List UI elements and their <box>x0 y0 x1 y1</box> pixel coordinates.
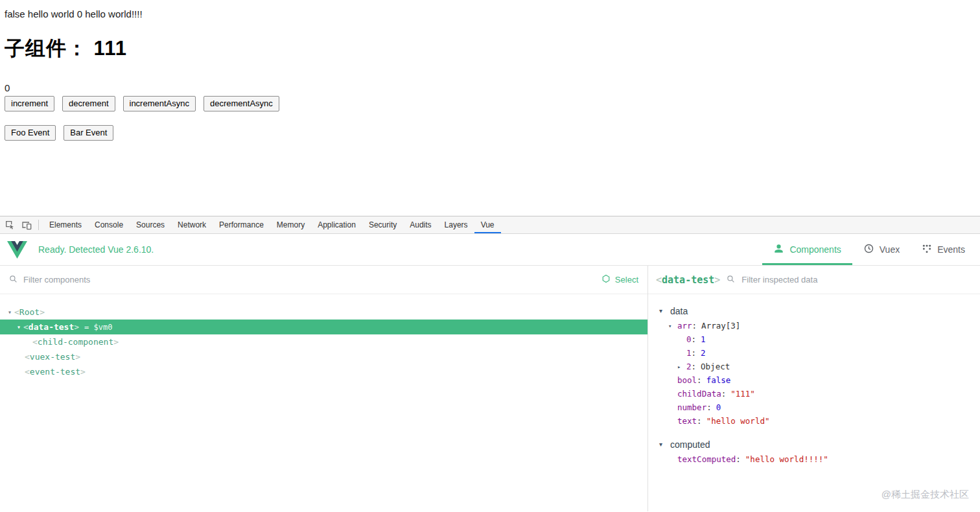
decrement-button[interactable]: decrement <box>62 96 115 111</box>
tab-sources[interactable]: Sources <box>130 216 171 233</box>
inspected-component-tag: data-test <box>656 274 720 286</box>
tab-network[interactable]: Network <box>171 216 213 233</box>
child-component-heading: 子组件： 111 <box>5 35 980 62</box>
tab-console[interactable]: Console <box>88 216 130 233</box>
chevron-down-icon[interactable]: ▾ <box>659 307 670 314</box>
vue-app-preview: false hello world 0 hello world!!!! 子组件：… <box>0 0 980 216</box>
chevron-right-icon[interactable]: ▸ <box>677 364 686 370</box>
prop-value: "hello world" <box>706 416 770 426</box>
tab-audits[interactable]: Audits <box>403 216 438 233</box>
tab-components[interactable]: Components <box>762 234 852 265</box>
person-icon <box>773 243 784 256</box>
prop-key: number <box>677 402 712 412</box>
bar-event-button[interactable]: Bar Event <box>64 125 113 141</box>
tab-vuex-label: Vuex <box>880 244 900 255</box>
search-icon <box>9 274 18 286</box>
prop-key: arr <box>677 321 697 331</box>
counter-button-row: increment decrement incrementAsync decre… <box>5 96 980 111</box>
vue-devtools-toolbar: Ready. Detected Vue 2.6.10. Components V… <box>0 234 980 266</box>
section-title: computed <box>670 439 710 450</box>
increment-button[interactable]: increment <box>5 96 54 111</box>
event-button-row: Foo Event Bar Event <box>5 125 980 141</box>
device-toolbar-icon[interactable] <box>21 220 32 230</box>
filter-inspected-data-input[interactable] <box>741 275 972 285</box>
status-line: false hello world 0 hello world!!!! <box>0 0 980 19</box>
component-tag: event-test <box>25 367 86 377</box>
foo-event-button[interactable]: Foo Event <box>5 125 56 141</box>
prop-textcomputed[interactable]: textComputed "hello world!!!!" <box>648 452 980 466</box>
chevron-down-icon[interactable]: ▾ <box>5 308 14 316</box>
prop-number[interactable]: number 0 <box>648 401 980 414</box>
prop-value: Object <box>701 362 730 371</box>
component-tag: child-component <box>32 337 119 347</box>
inspect-element-icon[interactable] <box>5 220 15 230</box>
tab-events-label: Events <box>937 244 965 255</box>
section-data[interactable]: ▾ data <box>648 303 980 319</box>
chevron-down-icon[interactable]: ▾ <box>14 323 23 331</box>
inspector-header: data-test <box>648 266 980 294</box>
vue-status-text: Ready. Detected Vue 2.6.10. <box>38 234 154 265</box>
select-label: Select <box>615 275 638 285</box>
prop-arr-1[interactable]: 1 2 <box>648 346 980 360</box>
search-icon <box>727 274 735 286</box>
components-filter-row: Select <box>0 266 648 294</box>
prop-key: bool <box>677 375 702 385</box>
tab-layers[interactable]: Layers <box>438 216 474 233</box>
inspector-body: ▾ data ▾ arr Array[3] 0 1 1 2 ▸ <box>648 294 980 466</box>
tab-vue[interactable]: Vue <box>474 216 501 233</box>
tab-events[interactable]: Events <box>911 234 976 265</box>
vue-devtools-tabs: Components Vuex Events <box>762 234 976 265</box>
vue-devtools-panels: Select ▾ Root ▾ data-test = $vm0 child-c… <box>0 266 980 511</box>
prop-bool[interactable]: bool false <box>648 373 980 387</box>
vue-logo-icon <box>7 234 27 265</box>
prop-childdata[interactable]: childData "111" <box>648 387 980 401</box>
history-clock-icon <box>863 243 874 256</box>
tree-node-event-test[interactable]: event-test <box>0 364 648 379</box>
component-inspector-panel: data-test ▾ data ▾ arr Array[3] 0 <box>648 266 980 511</box>
tree-node-child-component[interactable]: child-component <box>0 334 648 349</box>
tab-security[interactable]: Security <box>362 216 403 233</box>
tab-application[interactable]: Application <box>311 216 362 233</box>
chevron-down-icon[interactable]: ▾ <box>668 323 677 329</box>
devtools-panel: Elements Console Sources Network Perform… <box>0 216 980 512</box>
filter-components-input[interactable] <box>23 275 596 285</box>
watermark: @稀土掘金技术社区 <box>881 489 969 501</box>
tab-memory[interactable]: Memory <box>270 216 311 233</box>
counter-value: 0 <box>5 82 980 93</box>
component-tag: data-test <box>23 322 79 332</box>
prop-key: text <box>677 416 702 426</box>
tab-components-label: Components <box>789 244 841 255</box>
prop-value: 0 <box>716 402 721 412</box>
increment-async-button[interactable]: incrementAsync <box>123 96 196 111</box>
prop-value: "111" <box>730 389 755 399</box>
tree-node-data-test[interactable]: ▾ data-test = $vm0 <box>0 320 648 334</box>
prop-text[interactable]: text "hello world" <box>648 414 980 428</box>
select-target-icon <box>601 274 611 285</box>
tree-node-vuex-test[interactable]: vuex-test <box>0 349 648 364</box>
prop-value: false <box>706 375 731 385</box>
devtools-tabbar: Elements Console Sources Network Perform… <box>0 216 980 234</box>
section-computed[interactable]: ▾ computed <box>648 436 980 452</box>
tab-performance[interactable]: Performance <box>213 216 270 233</box>
prop-arr-2[interactable]: ▸ 2 Object <box>648 360 980 373</box>
tab-vuex[interactable]: Vuex <box>852 234 911 265</box>
dots-grid-icon <box>922 244 932 256</box>
decrement-async-button[interactable]: decrementAsync <box>204 96 279 111</box>
prop-key: 0 <box>686 334 696 344</box>
tab-elements[interactable]: Elements <box>43 216 88 233</box>
prop-key: 2 <box>686 362 696 371</box>
select-component-button[interactable]: Select <box>601 274 638 285</box>
prop-arr-0[interactable]: 0 1 <box>648 332 980 346</box>
section-title: data <box>670 306 688 316</box>
prop-value: Array[3] <box>701 321 740 331</box>
tree-node-root[interactable]: ▾ Root <box>0 305 648 320</box>
prop-value: "hello world!!!!" <box>745 454 828 464</box>
prop-arr[interactable]: ▾ arr Array[3] <box>648 319 980 332</box>
chevron-down-icon[interactable]: ▾ <box>659 441 670 448</box>
prop-key: 1 <box>686 348 696 358</box>
component-tree: ▾ Root ▾ data-test = $vm0 child-componen… <box>0 294 648 379</box>
prop-key: textComputed <box>677 454 741 464</box>
prop-value: 2 <box>701 348 706 358</box>
prop-value: 1 <box>701 334 706 344</box>
component-tag: Root <box>14 307 45 317</box>
